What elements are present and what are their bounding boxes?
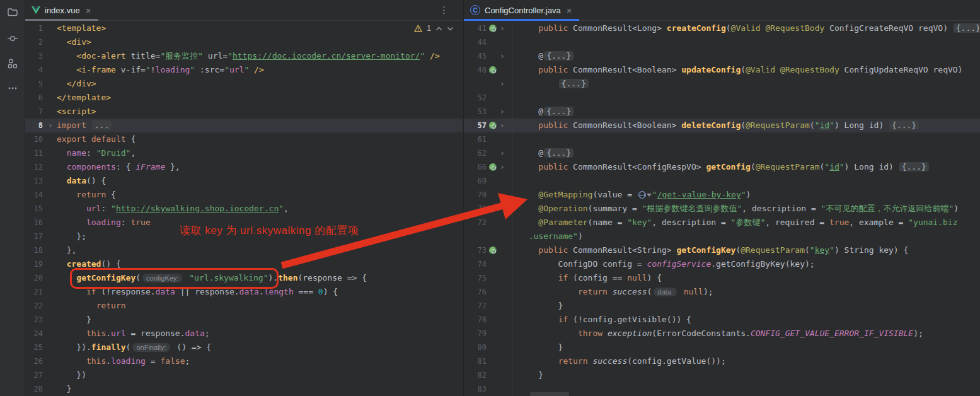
close-tab-icon[interactable]: × — [567, 6, 572, 15]
line-number[interactable]: 2 — [25, 35, 45, 49]
tab-index-vue[interactable]: index.vue × — [25, 0, 98, 20]
folded-region[interactable]: ... — [92, 120, 112, 130]
line-number[interactable]: 44 — [464, 35, 488, 49]
line-number[interactable]: 6 — [25, 91, 45, 105]
line-number[interactable]: 18 — [25, 243, 45, 257]
code-line[interactable]: 61 — [464, 132, 980, 146]
commit-icon[interactable] — [6, 32, 20, 45]
folded-region[interactable]: {...} — [559, 79, 589, 88]
code-line[interactable]: 18 }, — [25, 243, 463, 257]
line-number[interactable]: 80 — [464, 341, 488, 354]
fold-arrow-icon[interactable]: › — [498, 119, 507, 132]
chevron-down-icon[interactable] — [647, 194, 652, 197]
line-number[interactable]: 23 — [25, 313, 45, 327]
code-line[interactable]: 77 } — [464, 299, 980, 313]
line-number[interactable]: 57 — [464, 119, 488, 132]
code-line[interactable]: 80 } — [464, 341, 980, 354]
code-line[interactable]: 22 return — [25, 299, 463, 313]
line-number[interactable]: 77 — [464, 299, 488, 313]
fold-arrow-icon[interactable]: › — [498, 49, 507, 63]
line-number[interactable]: 83 — [464, 382, 488, 396]
line-number[interactable]: 3 — [25, 49, 45, 63]
fold-arrow-icon[interactable]: › — [45, 119, 55, 132]
code-line[interactable]: 53› @{...} — [464, 105, 980, 119]
close-tab-icon[interactable]: × — [86, 6, 91, 15]
line-number[interactable]: 70 — [464, 188, 488, 202]
code-line[interactable]: 28 } — [25, 382, 463, 396]
code-line[interactable]: 71 @Operation(summary = "根据参数键名查询参数值", d… — [464, 202, 980, 216]
line-number[interactable]: 7 — [25, 105, 45, 119]
code-line[interactable]: 78 if (!config.getVisible()) { — [464, 313, 980, 327]
line-number[interactable]: 48 — [464, 63, 488, 77]
line-number[interactable]: 12 — [25, 160, 45, 174]
line-number[interactable]: 25 — [25, 341, 45, 354]
endpoint-mapping-icon[interactable] — [488, 160, 498, 174]
folded-region[interactable]: {...} — [544, 51, 574, 61]
line-number[interactable]: 45 — [464, 49, 488, 63]
code-line[interactable]: 1<template> — [25, 21, 463, 35]
code-line[interactable]: 5 </div> — [25, 77, 463, 91]
code-line[interactable]: 81 return success(config.getValue()); — [464, 354, 980, 368]
line-number[interactable]: 53 — [464, 105, 488, 119]
line-number[interactable]: 82 — [464, 368, 488, 382]
endpoint-mapping-icon[interactable] — [488, 21, 498, 35]
line-number[interactable]: 52 — [464, 91, 488, 105]
code-line[interactable]: 13 data() { — [25, 174, 463, 188]
fold-arrow-icon[interactable]: › — [498, 21, 507, 35]
line-number[interactable]: 4 — [25, 63, 45, 77]
folded-region[interactable]: {...} — [544, 107, 574, 116]
line-number[interactable]: 28 — [25, 382, 45, 396]
code-line[interactable]: 75 if (config == null) { — [464, 271, 980, 285]
code-line[interactable]: 24 this.url = response.data; — [25, 327, 463, 341]
prev-warning-icon[interactable] — [435, 25, 442, 32]
line-number[interactable]: 26 — [25, 354, 45, 368]
line-number[interactable]: 13 — [25, 174, 45, 188]
line-number[interactable]: 78 — [464, 313, 488, 327]
code-line[interactable]: 2 <div> — [25, 35, 463, 49]
code-line[interactable]: 25 }).finally(onFinally: () => { — [25, 341, 463, 354]
line-number[interactable]: 76 — [464, 285, 488, 299]
code-line[interactable]: 14 return { — [25, 188, 463, 202]
tab-configcontroller-java[interactable]: C ConfigController.java × — [464, 0, 579, 20]
more-tool-windows-icon[interactable] — [6, 81, 20, 95]
code-line[interactable]: 74 ConfigDO config = configService.getCo… — [464, 257, 980, 271]
code-line[interactable]: 41› public CommonResult<Long> createConf… — [464, 21, 980, 35]
line-number[interactable]: 69 — [464, 174, 488, 188]
code-line[interactable]: 44 — [464, 35, 980, 49]
line-number[interactable]: 21 — [25, 285, 45, 299]
line-number[interactable]: 22 — [25, 299, 45, 313]
line-number[interactable]: 41 — [464, 21, 488, 35]
line-number[interactable]: 16 — [25, 216, 45, 230]
code-line[interactable]: 73 public CommonResult<String> getConfig… — [464, 243, 980, 257]
code-line[interactable]: 15 url: "http://skywalking.shop.iocoder.… — [25, 202, 463, 216]
code-line[interactable]: 52 — [464, 91, 980, 105]
line-number[interactable]: 72 — [464, 216, 488, 230]
line-number[interactable]: 14 — [25, 188, 45, 202]
line-number[interactable]: 74 — [464, 257, 488, 271]
code-line[interactable]: 26 this.loading = false; — [25, 354, 463, 368]
line-number[interactable]: 75 — [464, 271, 488, 285]
code-line[interactable]: 7<script> — [25, 105, 463, 119]
line-number[interactable]: 24 — [25, 327, 45, 341]
code-line[interactable]: 3 <doc-alert title="服务监控" url="https://d… — [25, 49, 463, 63]
line-number[interactable]: 11 — [25, 146, 45, 160]
code-line[interactable]: 66› public CommonResult<ConfigRespVO> ge… — [464, 160, 980, 174]
fold-arrow-icon[interactable]: › — [498, 105, 507, 119]
folded-region[interactable]: {...} — [899, 162, 929, 172]
endpoint-mapping-icon[interactable] — [488, 243, 498, 257]
url-mapping-globe-icon[interactable] — [638, 191, 646, 199]
code-line[interactable]: 8›import ... — [25, 119, 463, 132]
line-number[interactable]: 10 — [25, 132, 45, 146]
endpoint-mapping-icon[interactable] — [488, 63, 498, 77]
next-warning-icon[interactable] — [447, 25, 454, 32]
inspection-widget[interactable]: 1 — [414, 24, 454, 33]
code-line[interactable]: 23 } — [25, 313, 463, 327]
line-number[interactable]: 71 — [464, 202, 488, 216]
code-line[interactable]: 45› @{...} — [464, 49, 980, 63]
code-line[interactable]: 6</template> — [25, 91, 463, 105]
fold-arrow-icon[interactable]: › — [498, 160, 507, 174]
code-line[interactable]: 76 return success(data: null); — [464, 285, 980, 299]
code-line[interactable]: 82 } — [464, 368, 980, 382]
line-number[interactable]: 19 — [25, 257, 45, 271]
code-line[interactable]: 62› @{...} — [464, 146, 980, 160]
